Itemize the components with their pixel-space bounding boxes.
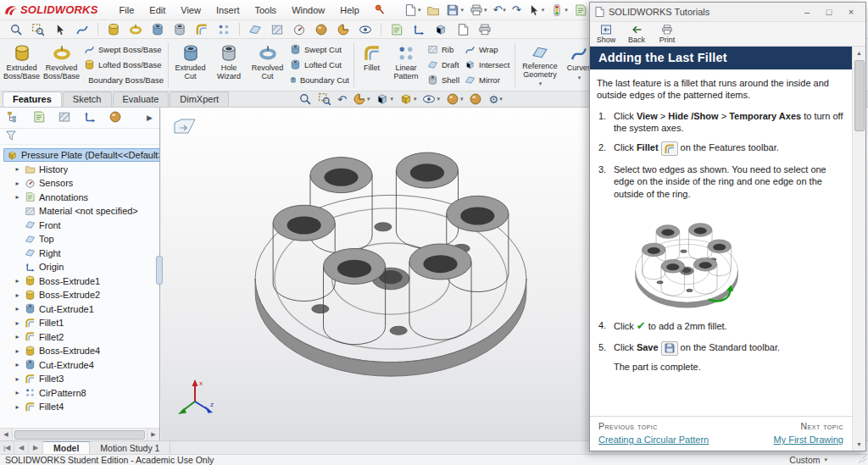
- tree-item-fillet4[interactable]: ▸Fillet4: [0, 400, 159, 414]
- scrollbar-thumb[interactable]: [854, 60, 865, 131]
- draft-button[interactable]: Draft: [425, 58, 462, 72]
- toolbar-icon[interactable]: [51, 21, 70, 38]
- toolbar-icon[interactable]: [290, 21, 309, 38]
- view-orientation-icon[interactable]: ▾: [376, 92, 393, 106]
- display-manager-tab-icon[interactable]: [108, 110, 122, 125]
- tab-sketch[interactable]: Sketch: [63, 91, 112, 107]
- part-3d-model[interactable]: [220, 116, 561, 379]
- redo-icon[interactable]: ↷: [509, 2, 524, 19]
- back-button[interactable]: Back: [624, 24, 649, 44]
- minimize-button[interactable]: –: [796, 4, 818, 19]
- menu-edit[interactable]: Edit: [142, 2, 173, 19]
- tab-evaluate[interactable]: Evaluate: [113, 91, 170, 107]
- wrap-button[interactable]: Wrap: [462, 42, 513, 57]
- dimxpert-manager-tab-icon[interactable]: [83, 110, 97, 125]
- menu-file[interactable]: File: [112, 2, 142, 19]
- toolbar-icon[interactable]: [409, 21, 428, 38]
- zoom-to-area-icon[interactable]: [318, 92, 331, 106]
- display-style-icon[interactable]: ▾: [399, 92, 417, 106]
- revolved-cut-button[interactable]: Revolved Cut: [248, 40, 287, 90]
- previous-topic-link[interactable]: Creating a Circular Pattern: [598, 435, 709, 445]
- toolbar-icon[interactable]: [192, 21, 211, 38]
- toolbar-icon[interactable]: [214, 21, 233, 38]
- configuration-manager-tab-icon[interactable]: [58, 110, 71, 125]
- toolbar-icon[interactable]: [148, 21, 167, 38]
- tree-item-part-root[interactable]: Pressure Plate (Default<<Default>_P...: [0, 148, 159, 163]
- toolbar-icon[interactable]: [334, 21, 353, 38]
- rib-button[interactable]: Rib: [425, 42, 462, 57]
- toolbar-icon[interactable]: [126, 21, 145, 38]
- print-icon[interactable]: ▾: [467, 2, 490, 19]
- boundary-cut-button[interactable]: Boundary Cut: [287, 73, 352, 87]
- tree-item-cirpattern8[interactable]: ▸CirPattern8: [0, 386, 159, 401]
- next-topic-link[interactable]: My First Drawing: [773, 435, 843, 445]
- boundary-boss-base-button[interactable]: Boundary Boss/Base: [81, 73, 166, 87]
- scroll-down-icon[interactable]: ▼: [853, 438, 865, 451]
- panel-tabs-overflow-icon[interactable]: ▶: [147, 113, 153, 122]
- extruded-cut-button[interactable]: Extruded Cut: [170, 40, 210, 90]
- toolbar-icon[interactable]: [170, 21, 189, 38]
- extruded-boss-base-button[interactable]: Extruded Boss/Base: [2, 40, 42, 90]
- menu-insert[interactable]: Insert: [209, 2, 248, 19]
- tab-scroll-left-icon[interactable]: ◀: [14, 441, 29, 454]
- undo-icon[interactable]: ↶▾: [490, 2, 508, 19]
- section-view-icon[interactable]: ▾: [353, 92, 370, 106]
- tab-motion-study-1[interactable]: Motion Study 1: [90, 441, 170, 454]
- tree-item-material[interactable]: ▸Material <not specified>: [0, 204, 159, 219]
- panel-splitter-handle[interactable]: [156, 256, 163, 285]
- toolbar-icon[interactable]: [312, 21, 331, 38]
- print-button[interactable]: Print: [654, 24, 680, 44]
- scroll-left-icon[interactable]: ◀: [0, 429, 13, 441]
- toolbar-icon[interactable]: [356, 21, 375, 38]
- lofted-cut-button[interactable]: Lofted Cut: [287, 58, 352, 72]
- toolbar-icon[interactable]: [104, 21, 123, 38]
- select-icon[interactable]: ▾: [525, 2, 548, 19]
- revolved-boss-base-button[interactable]: Revolved Boss/Base: [42, 40, 81, 90]
- scroll-up-icon[interactable]: ▲: [853, 47, 865, 59]
- show-toc-button[interactable]: Show: [593, 24, 619, 44]
- apply-scene-icon[interactable]: [469, 92, 482, 106]
- fillet-button[interactable]: Fillet: [356, 40, 387, 90]
- rebuild-icon[interactable]: ▾: [548, 2, 570, 19]
- toolbar-icon[interactable]: [453, 21, 472, 38]
- previous-view-icon[interactable]: ↶: [337, 94, 347, 105]
- hole-wizard-button[interactable]: Hole Wizard: [210, 40, 248, 90]
- new-document-icon[interactable]: ▾: [401, 2, 424, 19]
- menu-window[interactable]: Window: [284, 2, 332, 19]
- tree-item-front-plane[interactable]: ▸Front: [0, 219, 159, 233]
- tree-item-cut-extrude4[interactable]: ▸Cut-Extrude4: [0, 358, 159, 373]
- toolbar-icon[interactable]: [246, 21, 264, 38]
- resize-grip[interactable]: [858, 455, 866, 463]
- filter-funnel-icon[interactable]: [5, 130, 17, 143]
- tree-item-top-plane[interactable]: ▸Top: [0, 232, 159, 246]
- property-manager-tab-icon[interactable]: [32, 110, 46, 125]
- toolbar-icon[interactable]: [387, 21, 406, 38]
- scroll-right-icon[interactable]: ▶: [147, 429, 159, 441]
- tree-item-boss-extrude4[interactable]: ▸Boss-Extrude4: [0, 344, 159, 358]
- toolbar-icon[interactable]: [73, 21, 92, 38]
- intersect-button[interactable]: Intersect: [462, 58, 513, 72]
- tab-dimxpert[interactable]: DimXpert: [170, 91, 229, 107]
- custom-view-selector[interactable]: Custom▾: [789, 455, 827, 465]
- tree-item-fillet1[interactable]: ▸Fillet1: [0, 316, 159, 330]
- menu-tools[interactable]: Tools: [247, 2, 284, 19]
- file-properties-icon[interactable]: [571, 2, 590, 19]
- tree-item-fillet3[interactable]: ▸Fillet3: [0, 372, 159, 386]
- toolbar-icon[interactable]: [7, 21, 25, 38]
- view-settings-icon[interactable]: ⚙▾: [488, 94, 502, 105]
- lofted-boss-base-button[interactable]: Lofted Boss/Base: [81, 58, 166, 72]
- menu-view[interactable]: View: [173, 2, 209, 19]
- swept-cut-button[interactable]: Swept Cut: [287, 42, 352, 57]
- tree-item-boss-extrude1[interactable]: ▸Boss-Extrude1: [0, 274, 159, 289]
- tutorial-scrollbar[interactable]: ▲ ▼: [852, 47, 865, 451]
- open-document-icon[interactable]: [424, 2, 442, 19]
- edit-appearance-icon[interactable]: ▾: [446, 92, 464, 106]
- tab-scroll-right-icon[interactable]: ▶: [29, 441, 43, 454]
- tree-item-cut-extrude1[interactable]: ▸Cut-Extrude1: [0, 302, 159, 317]
- pin-menu-icon[interactable]: [374, 3, 386, 17]
- reference-geometry-button[interactable]: Reference Geometry▾: [517, 40, 563, 90]
- scrollbar-thumb[interactable]: [14, 430, 145, 440]
- swept-boss-base-button[interactable]: Swept Boss/Base: [81, 42, 166, 57]
- tree-item-history[interactable]: ▸History: [0, 163, 159, 177]
- toolbar-icon[interactable]: [268, 21, 287, 38]
